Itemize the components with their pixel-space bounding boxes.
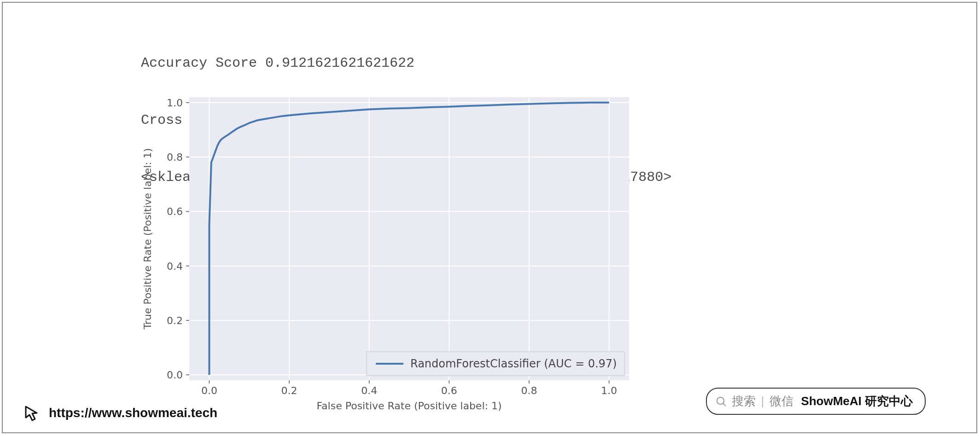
x-tick-label: 0.8 — [521, 385, 537, 396]
svg-line-1 — [723, 403, 725, 406]
footer-url: https://www.showmeai.tech — [49, 406, 217, 420]
roc-curve-chart: 0.00.20.40.60.81.00.00.20.40.60.81.0Fals… — [136, 93, 638, 415]
y-axis-label: True Positive Rate (Positive label: 1) — [142, 148, 153, 330]
search-icon — [715, 395, 727, 407]
watermark-brand: ShowMeAI 研究中心 — [801, 393, 913, 409]
plot-area — [189, 97, 629, 380]
y-tick-label: 1.0 — [167, 97, 183, 109]
roc-curve-svg: 0.00.20.40.60.81.00.00.20.40.60.81.0Fals… — [136, 93, 638, 415]
y-tick-label: 0.2 — [167, 315, 183, 326]
y-tick-label: 0.0 — [167, 369, 183, 381]
x-tick-label: 1.0 — [601, 385, 617, 396]
x-tick-label: 0.4 — [361, 385, 377, 396]
cursor-icon — [23, 404, 41, 422]
output-line-1: Accuracy Score 0.9121621621621622 — [141, 54, 671, 73]
y-tick-label: 0.6 — [167, 206, 183, 217]
legend-label: RandomForestClassifier (AUC = 0.97) — [410, 357, 617, 370]
x-tick-label: 0.0 — [201, 385, 217, 396]
footer: https://www.showmeai.tech — [23, 404, 217, 422]
y-tick-label: 0.4 — [167, 261, 183, 272]
y-tick-label: 0.8 — [167, 151, 183, 163]
x-axis-label: False Positive Rate (Positive label: 1) — [316, 400, 502, 412]
x-tick-label: 0.2 — [281, 385, 298, 396]
watermark-separator: | — [761, 394, 764, 408]
svg-point-0 — [717, 397, 723, 404]
watermark-search-label: 搜索 — [732, 393, 756, 409]
watermark-badge: 搜索 | 微信 ShowMeAI 研究中心 — [706, 388, 926, 415]
watermark-wechat-label: 微信 — [770, 393, 793, 409]
x-tick-label: 0.6 — [441, 385, 457, 396]
output-frame: Accuracy Score 0.9121621621621622 Cross … — [2, 2, 977, 433]
